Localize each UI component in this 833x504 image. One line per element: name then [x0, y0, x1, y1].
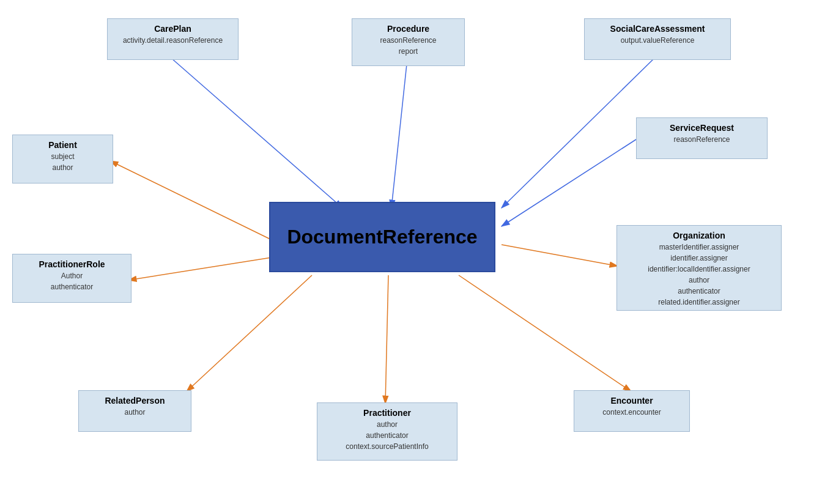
center-title: DocumentReference: [287, 226, 477, 248]
node-practitionerrole: PractitionerRole Authorauthenticator: [12, 254, 131, 303]
node-socialcareassessment-title: SocialCareAssessment: [592, 24, 723, 34]
node-practitionerrole-title: PractitionerRole: [20, 259, 124, 269]
node-careplan-title: CarePlan: [115, 24, 231, 34]
node-servicerequest: ServiceRequest reasonReference: [636, 117, 768, 159]
node-relatedperson: RelatedPerson author: [78, 390, 191, 432]
svg-line-9: [459, 275, 631, 391]
svg-line-4: [110, 161, 275, 242]
node-servicerequest-fields: reasonReference: [644, 134, 760, 145]
svg-line-1: [391, 64, 407, 208]
node-procedure: Procedure reasonReferencereport: [352, 18, 465, 66]
node-procedure-title: Procedure: [360, 24, 457, 34]
diagram: DocumentReference CarePlan activity.deta…: [0, 0, 833, 504]
node-organization-fields: masterIdentifier.assigneridentifier.assi…: [624, 242, 774, 308]
svg-line-2: [502, 58, 654, 208]
svg-line-6: [502, 245, 618, 266]
node-servicerequest-title: ServiceRequest: [644, 123, 760, 133]
node-patient-title: Patient: [20, 140, 105, 150]
node-relatedperson-fields: author: [86, 407, 183, 418]
node-patient-fields: subjectauthor: [20, 151, 105, 173]
node-organization: Organization masterIdentifier.assignerid…: [616, 225, 782, 311]
node-encounter: Encounter context.encounter: [574, 390, 690, 432]
node-practitioner: Practitioner authorauthenticatorcontext.…: [317, 402, 457, 461]
node-procedure-fields: reasonReferencereport: [360, 35, 457, 57]
node-socialcareassessment: SocialCareAssessment output.valueReferen…: [584, 18, 731, 60]
svg-line-0: [171, 58, 342, 208]
node-encounter-title: Encounter: [582, 396, 682, 406]
node-practitioner-fields: authorauthenticatorcontext.sourcePatient…: [325, 419, 450, 452]
node-practitioner-title: Practitioner: [325, 408, 450, 418]
node-socialcareassessment-fields: output.valueReference: [592, 35, 723, 46]
svg-line-5: [128, 257, 275, 280]
node-patient: Patient subjectauthor: [12, 135, 113, 183]
svg-line-8: [385, 275, 388, 404]
node-encounter-fields: context.encounter: [582, 407, 682, 418]
center-node: DocumentReference: [269, 202, 495, 272]
svg-line-3: [502, 139, 636, 226]
node-careplan: CarePlan activity.detail.reasonReference: [107, 18, 239, 60]
node-careplan-fields: activity.detail.reasonReference: [115, 35, 231, 46]
svg-line-7: [187, 275, 312, 391]
node-practitionerrole-fields: Authorauthenticator: [20, 270, 124, 292]
node-organization-title: Organization: [624, 231, 774, 240]
node-relatedperson-title: RelatedPerson: [86, 396, 183, 406]
